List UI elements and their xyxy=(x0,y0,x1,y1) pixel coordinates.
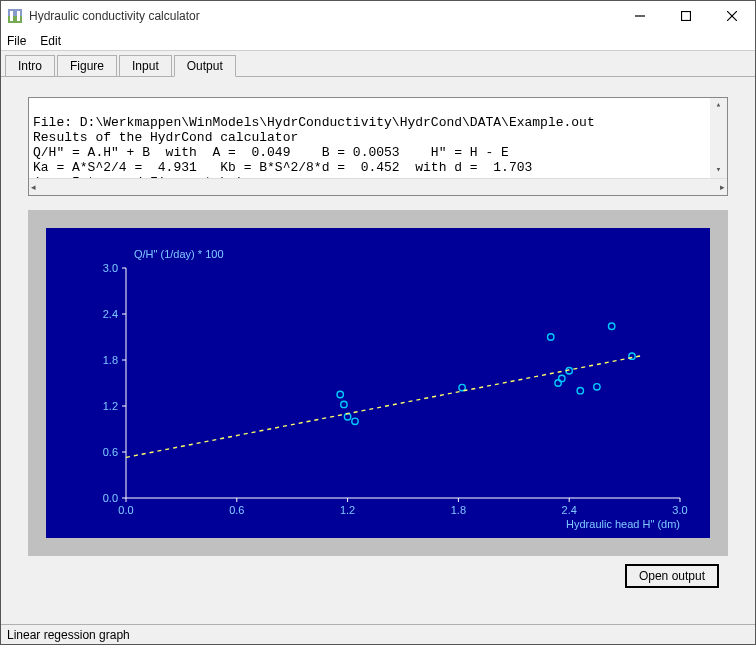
tab-intro[interactable]: Intro xyxy=(5,55,55,76)
tab-output[interactable]: Output xyxy=(174,55,236,77)
menubar: File Edit xyxy=(1,31,755,51)
output-line: Results of the HydrCond calculator xyxy=(33,130,298,145)
vertical-scrollbar[interactable]: ▴▾ xyxy=(710,98,727,178)
svg-point-45 xyxy=(577,387,583,393)
svg-rect-5 xyxy=(682,12,691,21)
svg-text:1.2: 1.2 xyxy=(103,400,118,412)
output-line: (see Intro and Figure tabs) xyxy=(33,175,244,178)
window-title: Hydraulic conductivity calculator xyxy=(29,9,617,23)
output-line: Q/H" = A.H" + B with A = 0.049 B = 0.005… xyxy=(33,145,509,160)
minimize-button[interactable] xyxy=(617,1,663,31)
tab-input[interactable]: Input xyxy=(119,55,172,76)
svg-rect-3 xyxy=(17,11,20,21)
menu-edit[interactable]: Edit xyxy=(40,34,61,48)
svg-text:0.6: 0.6 xyxy=(103,446,118,458)
svg-point-36 xyxy=(337,391,343,397)
button-row: Open output xyxy=(15,556,741,588)
app-icon xyxy=(7,8,23,24)
tab-figure[interactable]: Figure xyxy=(57,55,117,76)
close-button[interactable] xyxy=(709,1,755,31)
svg-text:3.0: 3.0 xyxy=(103,262,118,274)
svg-point-37 xyxy=(341,401,347,407)
output-line: File: D:\Werkmappen\WinModels\HydrConduc… xyxy=(33,115,595,130)
svg-text:Q/H" (1/day) * 100: Q/H" (1/day) * 100 xyxy=(134,248,224,260)
svg-text:0.0: 0.0 xyxy=(103,492,118,504)
svg-text:2.4: 2.4 xyxy=(103,308,118,320)
chart-svg: Q/H" (1/day) * 1000.00.61.21.82.43.00.00… xyxy=(46,228,710,538)
menu-file[interactable]: File xyxy=(7,34,26,48)
regression-chart: Q/H" (1/day) * 1000.00.61.21.82.43.00.00… xyxy=(46,228,710,538)
svg-point-40 xyxy=(459,384,465,390)
titlebar: Hydraulic conductivity calculator xyxy=(1,1,755,31)
statusbar-text: Linear regession graph xyxy=(7,628,130,642)
svg-point-46 xyxy=(594,384,600,390)
output-line: Ka = A*S^2/4 = 4.931 Kb = B*S^2/8*d = 0.… xyxy=(33,160,532,175)
app-window: Hydraulic conductivity calculator File E… xyxy=(0,0,756,645)
open-output-button[interactable]: Open output xyxy=(625,564,719,588)
tabstrip: Intro Figure Input Output xyxy=(1,53,755,77)
svg-text:1.8: 1.8 xyxy=(103,354,118,366)
svg-text:1.8: 1.8 xyxy=(451,504,466,516)
svg-text:3.0: 3.0 xyxy=(672,504,687,516)
svg-point-43 xyxy=(559,375,565,381)
svg-text:Hydraulic head H" (dm): Hydraulic head H" (dm) xyxy=(566,518,680,530)
svg-point-41 xyxy=(548,334,554,340)
svg-point-47 xyxy=(608,323,614,329)
chart-panel: Q/H" (1/day) * 1000.00.61.21.82.43.00.00… xyxy=(28,210,728,556)
svg-text:0.0: 0.0 xyxy=(118,504,133,516)
svg-point-39 xyxy=(352,418,358,424)
svg-point-38 xyxy=(344,414,350,420)
horizontal-scrollbar[interactable]: ◂▸ xyxy=(29,178,727,195)
svg-line-49 xyxy=(126,355,643,457)
svg-text:1.2: 1.2 xyxy=(340,504,355,516)
statusbar: Linear regession graph xyxy=(1,624,755,644)
maximize-button[interactable] xyxy=(663,1,709,31)
svg-rect-2 xyxy=(10,11,13,21)
svg-text:0.6: 0.6 xyxy=(229,504,244,516)
tab-content-output: File: D:\Werkmappen\WinModels\HydrConduc… xyxy=(1,77,755,624)
output-textbox[interactable]: File: D:\Werkmappen\WinModels\HydrConduc… xyxy=(28,97,728,196)
svg-text:2.4: 2.4 xyxy=(562,504,577,516)
